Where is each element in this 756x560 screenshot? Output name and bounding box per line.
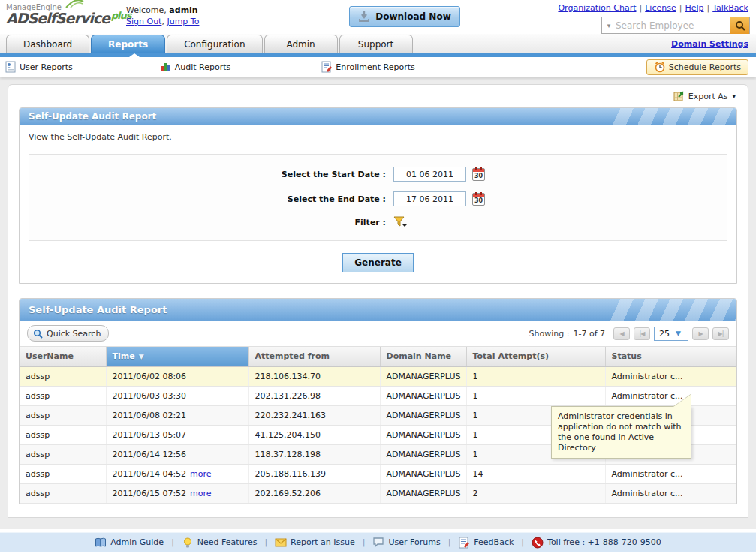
search-button[interactable] (730, 17, 749, 34)
main-tab-bar: DashboardReportsConfigurationAdminSuppor… (0, 34, 756, 53)
search-scope-caret-icon[interactable]: ▾ (602, 22, 616, 29)
end-date-input[interactable] (393, 191, 466, 206)
employee-search-input[interactable] (616, 20, 730, 31)
schedule-reports-label: Schedule Reports (669, 62, 741, 72)
cell-time: 2011/06/14 12:56 (106, 444, 248, 464)
end-date-calendar-icon[interactable]: 30 (472, 193, 485, 206)
filter-label: Filter : (29, 218, 393, 227)
cell-attempted-from: 202.169.52.206 (248, 483, 380, 503)
footer-user-forums-link[interactable]: User Forums (372, 537, 440, 549)
schedule-reports-button[interactable]: Schedule Reports (646, 59, 748, 75)
cell-domain-name: ADMANAGERPLUS (380, 425, 466, 444)
page-size-select[interactable]: 25 ▼ (654, 327, 688, 341)
footer-admin-guide-link[interactable]: Admin Guide (95, 537, 164, 549)
top-link-license[interactable]: License (645, 3, 676, 13)
tab-reports[interactable]: Reports (91, 35, 165, 53)
col-header-status[interactable]: Status (605, 347, 736, 366)
page-background: Export As ▾ Self-Update Audit Report Vie… (0, 77, 756, 529)
content-card: Export As ▾ Self-Update Audit Report Vie… (8, 84, 748, 518)
quick-search-button[interactable]: Quick Search (27, 325, 109, 342)
col-header-time[interactable]: Time▼ (106, 347, 248, 366)
reports-subnav: User Reports Audit Reports Enrollment Re… (0, 57, 756, 77)
cell-total-attempts: 14 (466, 464, 605, 483)
sort-desc-icon: ▼ (139, 353, 144, 360)
subnav-item-audit-reports[interactable]: Audit Reports (160, 61, 231, 73)
self-update-form-panel: Self-Update Audit Report View the Self-U… (19, 107, 737, 284)
col-header-domain-name[interactable]: Domain Name (380, 347, 466, 366)
footer-toll-free: Toll free : +1-888-720-9500 (532, 537, 661, 549)
start-date-calendar-icon[interactable]: 30 (472, 168, 485, 181)
cell-domain-name: ADMANAGERPLUS (380, 444, 466, 464)
col-header-total-attempts[interactable]: Total Attempt(s) (466, 347, 605, 366)
subnav-item-enrollment-reports[interactable]: Enrollment Reports (321, 61, 415, 73)
tab-bar-tabs: DashboardReportsConfigurationAdminSuppor… (6, 35, 414, 53)
domain-settings-link[interactable]: Domain Settings (671, 39, 748, 49)
tab-configuration[interactable]: Configuration (167, 35, 262, 53)
footer-report-issue-link[interactable]: Report an Issue (275, 537, 355, 549)
cell-time: 2011/06/03 03:30 (106, 386, 248, 405)
cell-username: adssp (20, 464, 106, 483)
tab-dashboard[interactable]: Dashboard (6, 35, 89, 53)
page-size-caret-icon: ▼ (676, 330, 684, 337)
footer-feedback-link[interactable]: FeedBack (458, 537, 514, 549)
page-size-value: 25 (659, 329, 670, 339)
table-toolbar: Quick Search Showing : 1-7 of 7 ◀ |◀ 25 … (20, 321, 736, 347)
cell-status: Administrator c... (605, 386, 736, 405)
footer-need-features-link[interactable]: Need Features (182, 537, 258, 549)
quick-search-label: Quick Search (47, 329, 101, 339)
sign-out-link[interactable]: Sign Out (126, 17, 161, 26)
first-page-button[interactable]: |◀ (634, 327, 650, 340)
book-icon (95, 537, 107, 549)
cell-username: adssp (20, 425, 106, 444)
cell-total-attempts: 1 (466, 366, 605, 386)
tab-support[interactable]: Support (339, 35, 413, 53)
top-link-help[interactable]: Help (685, 3, 703, 13)
app-logo[interactable]: ManageEngine ADSelfServiceplus (6, 3, 131, 27)
subnav-item-user-reports[interactable]: User Reports (5, 61, 73, 73)
cell-username: adssp (20, 386, 106, 405)
date-filter-box: Select the Start Date : 30 Select the En… (29, 154, 727, 241)
pagination-controls: Showing : 1-7 of 7 ◀ |◀ 25 ▼ ▶ ▶| (529, 327, 729, 341)
logo-brand-text: ManageEngine (6, 3, 62, 11)
col-header-username[interactable]: UserName (20, 347, 106, 366)
app-footer: Admin Guide | Need Features | Report an … (0, 532, 756, 552)
more-link[interactable]: more (190, 469, 212, 479)
export-icon (673, 90, 685, 102)
logo-product-text: ADSelfService (6, 10, 110, 26)
status-tooltip: Administrator credentials in application… (551, 406, 691, 459)
next-page-button[interactable]: ▶ (692, 327, 709, 340)
cell-attempted-from: 218.106.134.70 (248, 366, 380, 386)
cell-time: 2011/06/13 05:07 (106, 425, 248, 444)
tab-admin[interactable]: Admin (264, 35, 338, 53)
form-panel-description: View the Self-Update Audit Report. (20, 125, 736, 145)
welcome-block: Welcome, admin Sign Out, Jump To (126, 5, 199, 27)
status-tooltip-text: Administrator credentials in application… (558, 411, 682, 453)
cell-attempted-from: 202.131.226.98 (248, 386, 380, 405)
filter-funnel-icon[interactable] (393, 216, 408, 228)
download-icon (358, 11, 370, 23)
user-reports-icon (5, 61, 17, 73)
col-header-attempted-from[interactable]: Attempted from (248, 347, 380, 366)
export-as-label: Export As (688, 92, 728, 101)
magnifier-icon (735, 20, 745, 31)
welcome-label: Welcome, (126, 5, 167, 15)
showing-label: Showing : (529, 329, 570, 339)
jump-to-link[interactable]: Jump To (167, 17, 199, 26)
table-row: adssp2011/06/15 07:52more202.169.52.206A… (20, 483, 736, 503)
cell-attempted-from: 118.37.128.198 (248, 444, 380, 464)
export-caret-icon: ▾ (732, 92, 736, 100)
speech-bubble-icon (372, 537, 384, 549)
username: admin (169, 5, 197, 15)
download-now-button[interactable]: Download Now (349, 6, 460, 27)
generate-button[interactable]: Generate (342, 253, 414, 272)
export-as-button[interactable]: Export As ▾ (673, 90, 736, 102)
table-row: adssp2011/06/02 08:06218.106.134.70ADMAN… (20, 366, 736, 386)
enrollment-reports-icon (321, 61, 333, 73)
more-link[interactable]: more (190, 489, 212, 498)
last-page-button[interactable]: ▶| (712, 327, 729, 340)
top-link-talkback[interactable]: TalkBack (712, 3, 748, 13)
cell-time: 2011/06/08 02:21 (106, 405, 248, 425)
prev-page-button[interactable]: ◀ (613, 327, 630, 340)
top-link-organization-chart[interactable]: Organization Chart (558, 3, 636, 13)
start-date-input[interactable] (393, 167, 466, 182)
